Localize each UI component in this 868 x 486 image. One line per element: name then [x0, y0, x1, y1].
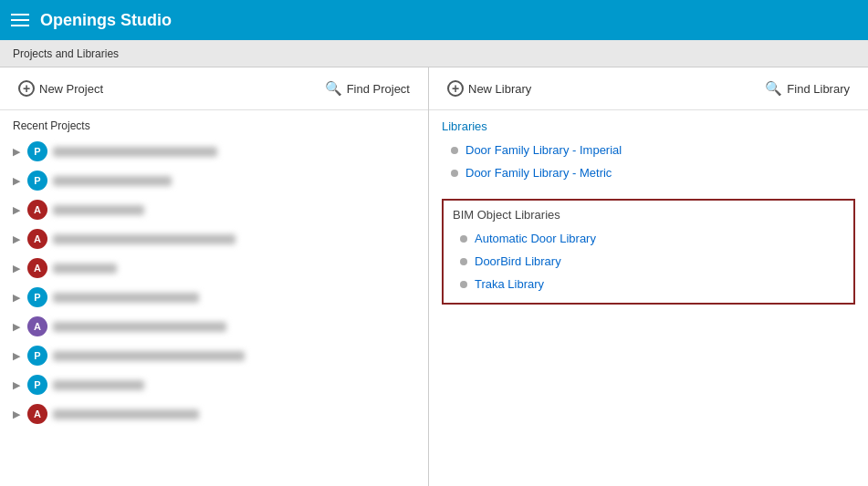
- find-library-button[interactable]: 🔍 Find Library: [759, 77, 855, 100]
- project-list-item[interactable]: ▶P: [9, 166, 419, 195]
- app-title: Openings Studio: [40, 11, 172, 30]
- project-name: [53, 205, 144, 215]
- chevron-right-icon: ▶: [13, 233, 22, 245]
- avatar: P: [27, 171, 47, 191]
- bim-library-list: Automatic Door LibraryDoorBird LibraryTr…: [451, 227, 846, 295]
- bim-library-list-item[interactable]: Traka Library: [451, 273, 846, 295]
- search-icon: 🔍: [325, 80, 342, 97]
- hamburger-menu-icon[interactable]: [11, 14, 29, 26]
- library-name[interactable]: Door Family Library - Imperial: [465, 143, 622, 157]
- libraries-section: Libraries Door Family Library - Imperial…: [429, 110, 868, 193]
- chevron-right-icon: ▶: [13, 146, 22, 158]
- avatar: P: [27, 346, 47, 366]
- plus-icon: +: [18, 80, 35, 97]
- bim-library-name[interactable]: Automatic Door Library: [475, 232, 596, 245]
- project-list-item[interactable]: ▶A: [9, 253, 419, 283]
- find-library-label: Find Library: [787, 82, 850, 96]
- chevron-right-icon: ▶: [13, 204, 22, 216]
- breadcrumb-bar: Projects and Libraries: [0, 40, 868, 67]
- dot-icon: [460, 281, 467, 288]
- avatar: A: [27, 229, 47, 249]
- project-name: [53, 380, 144, 390]
- avatar: A: [27, 200, 47, 220]
- find-project-button[interactable]: 🔍 Find Project: [319, 77, 415, 100]
- dot-icon: [451, 147, 458, 154]
- avatar: P: [27, 287, 47, 307]
- new-project-button[interactable]: + New Project: [13, 77, 109, 100]
- project-name: [53, 147, 217, 157]
- library-list: Door Family Library - ImperialDoor Famil…: [442, 139, 855, 184]
- project-name: [53, 264, 117, 274]
- new-project-label: New Project: [39, 82, 103, 96]
- project-list-item[interactable]: ▶A: [9, 399, 419, 429]
- right-panel: + New Library 🔍 Find Library Libraries D…: [429, 67, 868, 486]
- libraries-label: Libraries: [442, 119, 855, 133]
- project-list-item[interactable]: ▶A: [9, 195, 419, 224]
- right-toolbar: + New Library 🔍 Find Library: [429, 67, 868, 110]
- main-content: + New Project 🔍 Find Project Recent Proj…: [0, 67, 868, 486]
- recent-projects-label: Recent Projects: [0, 110, 428, 137]
- bim-libraries-box: BIM Object Libraries Automatic Door Libr…: [442, 199, 855, 305]
- new-library-button[interactable]: + New Library: [442, 77, 537, 100]
- bim-library-list-item[interactable]: Automatic Door Library: [451, 227, 846, 250]
- dot-icon: [451, 170, 458, 177]
- left-toolbar: + New Project 🔍 Find Project: [0, 67, 428, 110]
- avatar: A: [27, 258, 47, 278]
- chevron-right-icon: ▶: [13, 321, 22, 333]
- dot-icon: [460, 258, 467, 265]
- chevron-right-icon: ▶: [13, 175, 22, 187]
- avatar: P: [27, 141, 47, 161]
- find-project-label: Find Project: [347, 82, 410, 96]
- search-icon: 🔍: [765, 80, 782, 97]
- avatar: A: [27, 316, 47, 336]
- library-name[interactable]: Door Family Library - Metric: [465, 166, 612, 180]
- library-list-item[interactable]: Door Family Library - Metric: [442, 161, 855, 184]
- avatar: P: [27, 375, 47, 395]
- project-list-item[interactable]: ▶A: [9, 224, 419, 253]
- app-header: Openings Studio: [0, 0, 868, 40]
- project-list: ▶P▶P▶A▶A▶A▶P▶A▶P▶P▶A: [0, 137, 428, 486]
- breadcrumb: Projects and Libraries: [13, 47, 119, 60]
- chevron-right-icon: ▶: [13, 263, 22, 274]
- chevron-right-icon: ▶: [13, 379, 22, 391]
- library-list-item[interactable]: Door Family Library - Imperial: [442, 139, 855, 161]
- chevron-right-icon: ▶: [13, 292, 22, 304]
- project-name: [53, 322, 226, 332]
- bim-library-name[interactable]: Traka Library: [475, 277, 544, 291]
- left-panel: + New Project 🔍 Find Project Recent Proj…: [0, 67, 429, 486]
- bim-library-name[interactable]: DoorBird Library: [475, 254, 561, 268]
- dot-icon: [460, 235, 467, 243]
- chevron-right-icon: ▶: [13, 408, 22, 420]
- project-name: [53, 293, 199, 303]
- project-name: [53, 351, 245, 361]
- chevron-right-icon: ▶: [13, 350, 22, 362]
- project-list-item[interactable]: ▶A: [9, 312, 419, 341]
- project-list-item[interactable]: ▶P: [9, 137, 419, 166]
- plus-icon: +: [447, 80, 464, 97]
- project-list-item[interactable]: ▶P: [9, 341, 419, 370]
- project-list-item[interactable]: ▶P: [9, 370, 419, 399]
- new-library-label: New Library: [468, 82, 531, 96]
- project-name: [53, 234, 235, 244]
- project-list-item[interactable]: ▶P: [9, 283, 419, 312]
- project-name: [53, 176, 172, 186]
- bim-box-title: BIM Object Libraries: [451, 208, 846, 222]
- bim-library-list-item[interactable]: DoorBird Library: [451, 250, 846, 273]
- project-name: [53, 409, 199, 419]
- avatar: A: [27, 404, 47, 424]
